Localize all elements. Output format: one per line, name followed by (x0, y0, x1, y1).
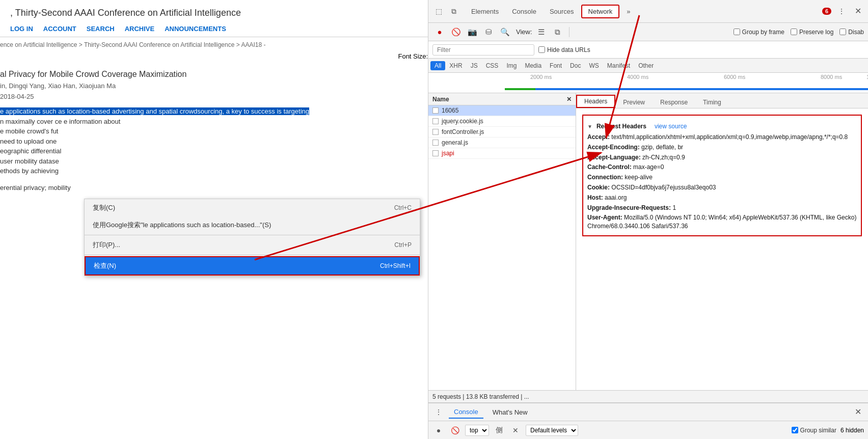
hide-data-urls-checkbox[interactable] (538, 46, 545, 53)
close-panel-icon[interactable]: ✕ (566, 96, 572, 103)
request-name-general: general.js (442, 139, 468, 146)
nav-archive[interactable]: ARCHIVE (125, 25, 155, 33)
context-menu: 复制(C) Ctrl+C 使用Google搜索"le applications … (84, 199, 420, 276)
disable-cache-checkbox[interactable] (839, 29, 846, 35)
paper-authors: in, Dingqi Yang, Xiao Han, Xiaojuan Ma (0, 82, 428, 90)
preserve-log-label[interactable]: Preserve log (791, 29, 833, 36)
tab-more[interactable]: » (620, 6, 636, 17)
console-tab[interactable]: Console (449, 406, 483, 419)
record-button[interactable]: ● (432, 25, 447, 39)
group-by-frame-checkbox[interactable] (734, 29, 740, 35)
request-checkbox-jsapi (432, 150, 439, 156)
type-tab-other[interactable]: Other (634, 61, 658, 70)
user-agent-name: User-Agent: (587, 214, 624, 221)
request-item-jsapi[interactable]: jsapi (428, 148, 576, 159)
group-similar-checkbox[interactable] (792, 427, 798, 433)
bottom-close-icon[interactable]: ✕ (509, 424, 522, 436)
host-name: Host: (587, 194, 605, 201)
group-by-frame-label[interactable]: Group by frame (734, 29, 784, 36)
accept-encoding-name: Accept-Encoding: (587, 144, 641, 151)
request-item-general[interactable]: general.js (428, 138, 576, 148)
type-tab-doc[interactable]: Doc (566, 61, 585, 70)
nav-announcements[interactable]: ANNOUNCEMENTS (165, 25, 226, 33)
nav-login[interactable]: LOG IN (10, 25, 33, 33)
context-menu-google-search[interactable]: 使用Google搜索"le applications such as locat… (85, 216, 420, 234)
timeline-ruler: 2000 ms 4000 ms 6000 ms 8000 ms 1 (428, 73, 868, 83)
request-name-16065: 16065 (442, 107, 458, 114)
group-similar-label[interactable]: Group similar (792, 427, 836, 434)
type-tab-ws[interactable]: WS (585, 61, 603, 70)
context-menu-inspect[interactable]: 检查(N) Ctrl+Shift+I (85, 256, 420, 276)
disable-cache-label[interactable]: Disab (839, 29, 864, 36)
tab-elements[interactable]: Elements (465, 6, 505, 17)
section-triangle: ▼ (587, 124, 592, 129)
connection-name: Connection: (587, 174, 625, 181)
context-menu-inspect-label: 检查(N) (94, 261, 116, 270)
group-by-frame-text: Group by frame (742, 29, 784, 36)
devtools-tabbar: ⬚ ⧉ Elements Console Sources Network » 6… (428, 0, 868, 23)
type-tab-all[interactable]: All (430, 61, 445, 70)
nav-account[interactable]: ACCOUNT (43, 25, 76, 33)
page-nav: LOG IN ACCOUNT SEARCH ARCHIVE ANNOUNCEME… (0, 21, 428, 37)
bottom-toolbar-left: ● 🚫 top 侧 ✕ Default levels (432, 424, 578, 436)
preserve-log-checkbox[interactable] (791, 29, 797, 35)
type-tab-js[interactable]: JS (467, 61, 482, 70)
view-source-link[interactable]: view source (655, 123, 687, 130)
font-size-label: Font Size: (398, 52, 428, 60)
detail-tab-preview[interactable]: Preview (615, 96, 653, 108)
device-toggle-icon[interactable]: ⧉ (448, 5, 460, 17)
bottom-filter-icon[interactable]: 侧 (493, 424, 505, 436)
tab-network[interactable]: Network (581, 5, 620, 18)
list-view-button[interactable]: ☰ (534, 25, 549, 39)
camera-button[interactable]: 📷 (465, 25, 479, 39)
cursor-icon[interactable]: ⬚ (432, 5, 445, 17)
context-menu-copy[interactable]: 复制(C) Ctrl+C (85, 199, 420, 216)
devtools-close-button[interactable]: ✕ (852, 5, 864, 17)
log-levels-selector[interactable]: Default levels (526, 425, 578, 436)
request-item-fontcontroller[interactable]: fontController.js (428, 127, 576, 138)
context-menu-print[interactable]: 打印(P)... Ctrl+P (85, 236, 420, 254)
filter-input[interactable] (432, 44, 534, 56)
request-item-16065[interactable]: 16065 (428, 105, 576, 116)
context-menu-print-label: 打印(P)... (93, 240, 120, 250)
type-tab-img[interactable]: Img (502, 61, 521, 70)
type-tab-font[interactable]: Font (546, 61, 566, 70)
nav-search[interactable]: SEARCH (87, 25, 115, 33)
waterfall-view-button[interactable]: ⧉ (551, 25, 565, 39)
bottom-stop-icon[interactable]: 🚫 (449, 424, 461, 436)
tab-console[interactable]: Console (506, 6, 542, 17)
context-menu-separator2 (85, 255, 420, 255)
paper-title: al Privacy for Mobile Crowd Coverage Max… (0, 70, 428, 79)
header-upgrade-insecure: Upgrade-Insecure-Requests: 1 (587, 204, 857, 212)
search-button[interactable]: 🔍 (498, 25, 512, 39)
accept-value: text/html,application/xhtml+xml,applicat… (611, 133, 848, 141)
detail-tab-headers[interactable]: Headers (576, 95, 615, 108)
request-item-jquery[interactable]: jquery.cookie.js (428, 116, 576, 127)
more-options-icon[interactable]: ⋮ (835, 5, 848, 17)
request-list: Name ✕ 16065 jquery.cookie.js fontContro… (428, 93, 576, 390)
abstract-cont5: eographic differential (0, 147, 61, 155)
request-checkbox-16065 (432, 107, 439, 114)
type-tab-manifest[interactable]: Manifest (603, 61, 634, 70)
detail-tab-response[interactable]: Response (653, 96, 695, 108)
filter-button[interactable]: ⛁ (481, 25, 496, 39)
type-tab-xhr[interactable]: XHR (445, 61, 466, 70)
hide-data-urls-label[interactable]: Hide data URLs (538, 46, 590, 53)
abstract-cont3: e mobile crowd's fut (0, 127, 58, 135)
tab-sources[interactable]: Sources (544, 6, 580, 17)
type-tab-css[interactable]: CSS (482, 61, 503, 70)
detail-tab-timing[interactable]: Timing (695, 96, 729, 108)
hide-data-urls-text: Hide data URLs (547, 46, 590, 53)
whats-new-tab[interactable]: What's New (487, 406, 533, 418)
console-close-button[interactable]: ✕ (852, 406, 864, 418)
header-cache-control: Cache-Control: max-age=0 (587, 163, 857, 172)
request-checkbox-general (432, 140, 439, 146)
context-selector[interactable]: top (465, 425, 489, 436)
view-label: View: (516, 28, 532, 36)
console-bar-icon[interactable]: ⋮ (432, 406, 445, 418)
request-name-jsapi: jsapi (442, 150, 454, 157)
stop-button[interactable]: 🚫 (449, 25, 463, 39)
abstract-cont4: need to upload one (0, 138, 57, 145)
type-tab-media[interactable]: Media (521, 61, 546, 70)
bottom-record-icon[interactable]: ● (432, 424, 445, 436)
